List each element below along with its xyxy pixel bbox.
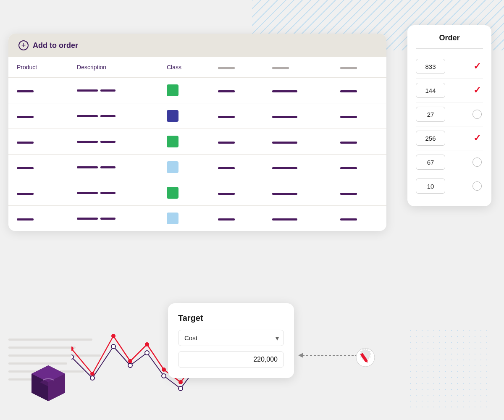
cell-class [158, 180, 210, 206]
order-rows: ✓ ✓ ✓ [416, 55, 483, 198]
dash [100, 89, 116, 92]
cell-product [8, 129, 68, 155]
class-color-square [167, 213, 178, 224]
col-description: Description [68, 57, 158, 78]
dash [17, 142, 34, 144]
cell-class [158, 129, 210, 155]
target-value-input[interactable]: 220,000 [178, 351, 284, 368]
check-icon: ✓ [471, 84, 483, 96]
svg-point-8 [128, 359, 132, 363]
cell-6 [332, 180, 386, 206]
dash [77, 218, 98, 220]
arrow-svg [294, 343, 378, 376]
svg-point-9 [145, 342, 149, 346]
cell-description [68, 206, 158, 231]
svg-point-6 [90, 372, 94, 376]
cell-class [158, 103, 210, 129]
dash-pair [77, 115, 150, 117]
order-quantity-input[interactable] [416, 155, 445, 170]
svg-point-13 [71, 355, 74, 359]
svg-point-19 [178, 386, 183, 391]
add-icon[interactable]: + [18, 40, 29, 50]
dash [17, 167, 34, 169]
cell-5 [264, 103, 332, 129]
circle-empty [471, 108, 483, 120]
cell-6 [332, 78, 386, 103]
dash [218, 90, 235, 92]
order-row [416, 102, 483, 126]
cell-class [158, 155, 210, 180]
cell-description [68, 129, 158, 155]
col-product: Product [8, 57, 68, 78]
cell-class [158, 78, 210, 103]
dash-pair [77, 89, 150, 92]
empty-circle [472, 181, 482, 191]
card-header: + Add to order [8, 34, 386, 57]
class-color-square [167, 110, 178, 122]
col-class: Class [158, 57, 210, 78]
cell-4 [210, 129, 264, 155]
dash [340, 193, 357, 195]
dash [77, 141, 98, 143]
order-table-card: + Add to order Product Description Class [8, 34, 386, 231]
cell-class [158, 206, 210, 231]
table-body [8, 78, 386, 231]
class-color-square [167, 84, 178, 96]
cell-4 [210, 155, 264, 180]
dash [340, 167, 357, 169]
svg-point-18 [162, 374, 166, 378]
dash [218, 167, 235, 169]
cell-4 [210, 206, 264, 231]
box-svg [25, 357, 71, 403]
cost-select[interactable]: CostRevenueProfitUnits [178, 330, 284, 346]
cell-product [8, 78, 68, 103]
order-panel-title: Order [416, 34, 483, 49]
dash [100, 218, 116, 220]
cell-4 [210, 103, 264, 129]
cell-6 [332, 129, 386, 155]
order-quantity-input[interactable] [416, 131, 445, 146]
order-row [416, 150, 483, 174]
cell-5 [264, 129, 332, 155]
cell-6 [332, 206, 386, 231]
cell-4 [210, 78, 264, 103]
class-color-square [167, 187, 178, 199]
product-table: Product Description Class [8, 57, 386, 231]
dash [100, 141, 116, 143]
dash-pair [77, 141, 150, 143]
dash [272, 116, 297, 118]
dash [218, 218, 235, 220]
col-5 [264, 57, 332, 78]
order-quantity-input[interactable] [416, 178, 445, 194]
dash [77, 192, 98, 194]
checkmark: ✓ [473, 61, 481, 72]
table-row [8, 180, 386, 206]
dash [77, 115, 98, 117]
dash-pair [77, 192, 150, 194]
class-color-square [167, 161, 178, 173]
table-row [8, 155, 386, 180]
order-row: ✓ [416, 79, 483, 102]
order-quantity-input[interactable] [416, 59, 445, 74]
cell-description [68, 155, 158, 180]
table-row [8, 129, 386, 155]
order-quantity-input[interactable] [416, 83, 445, 98]
order-quantity-input[interactable] [416, 107, 445, 122]
cell-product [8, 155, 68, 180]
empty-circle [472, 110, 482, 119]
dash [340, 218, 357, 220]
table-row [8, 103, 386, 129]
cell-5 [264, 155, 332, 180]
cell-5 [264, 180, 332, 206]
dot-pattern-bottom-right [407, 328, 491, 412]
cell-description [68, 103, 158, 129]
dash [272, 142, 297, 144]
order-row: ✓ [416, 55, 483, 79]
svg-point-10 [162, 368, 166, 372]
cell-4 [210, 180, 264, 206]
svg-point-15 [111, 344, 116, 349]
box-icon [25, 357, 71, 403]
dash [272, 193, 297, 195]
col-6 [332, 57, 386, 78]
dash [17, 116, 34, 118]
